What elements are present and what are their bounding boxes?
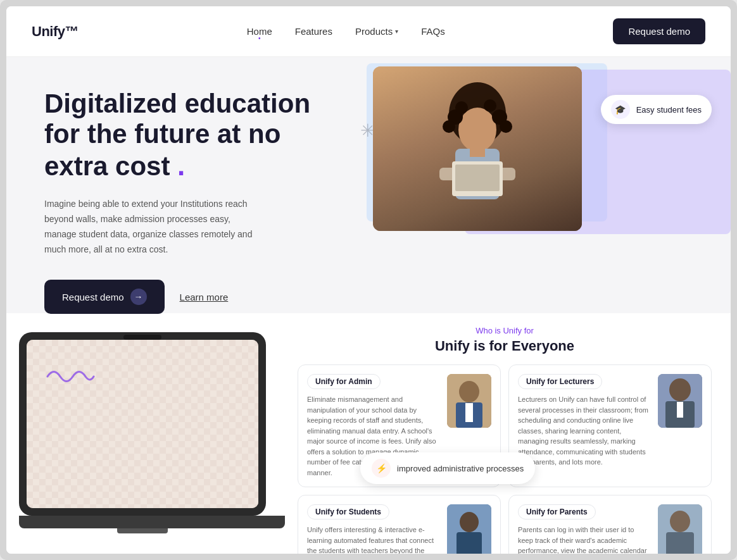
svg-point-35 bbox=[670, 511, 690, 532]
logo[interactable]: Unify™ bbox=[32, 23, 79, 40]
svg-point-6 bbox=[455, 101, 468, 114]
svg-point-24 bbox=[459, 381, 479, 402]
hero-left: Digitalized education for the future at … bbox=[6, 57, 354, 554]
hero-demo-button[interactable]: Request demo → bbox=[44, 280, 165, 314]
hero-title: Digitalized education for the future at … bbox=[44, 89, 329, 182]
nav-link-products[interactable]: Products ▾ bbox=[355, 26, 398, 37]
badge-admin-text: improved administrative processes bbox=[397, 464, 524, 473]
svg-rect-33 bbox=[457, 532, 482, 554]
who-subtitle: Who is Unify for bbox=[298, 326, 712, 335]
lecturer-person-svg bbox=[658, 374, 702, 428]
nav-link-faqs[interactable]: FAQs bbox=[421, 26, 445, 37]
nav-item-faqs[interactable]: FAQs bbox=[421, 26, 445, 37]
card-parents-text: Unify for Parents Parents can log in wit… bbox=[518, 504, 650, 554]
card-lecturers-image bbox=[658, 374, 702, 428]
svg-rect-30 bbox=[677, 402, 683, 418]
card-parents-desc: Parents can log in with their user id to… bbox=[518, 525, 650, 554]
badge-admin: ⚡ improved administrative processes bbox=[360, 452, 535, 484]
card-lecturers-tag: Unify for Lecturers bbox=[518, 374, 602, 389]
svg-point-7 bbox=[484, 99, 496, 112]
card-lecturers-desc: Lecturers on Unify can have full control… bbox=[518, 394, 650, 468]
admin-person-svg bbox=[447, 374, 491, 428]
card-parents-image bbox=[658, 504, 702, 554]
navbar: Unify™ Home Features Products ▾ FAQs bbox=[6, 6, 731, 57]
nav-item-features[interactable]: Features bbox=[295, 26, 332, 37]
card-lecturers-text: Unify for Lecturers Lecturers on Unify c… bbox=[518, 374, 650, 468]
arrow-icon: → bbox=[130, 289, 147, 305]
main-content: Digitalized education for the future at … bbox=[6, 57, 731, 554]
browser-window: Unify™ Home Features Products ▾ FAQs bbox=[6, 6, 731, 554]
hero-description: Imagine being able to extend your Instit… bbox=[44, 197, 260, 257]
badge-fees-text: Easy student fees bbox=[636, 105, 702, 115]
hero-main-image-inner bbox=[373, 66, 582, 231]
chevron-down-icon: ▾ bbox=[395, 28, 398, 35]
person-svg bbox=[420, 79, 534, 218]
svg-rect-36 bbox=[666, 532, 694, 554]
badge-easy-fees: 🎓 Easy student fees bbox=[601, 95, 712, 124]
svg-point-28 bbox=[669, 378, 691, 401]
learn-more-button[interactable]: Learn more bbox=[180, 292, 229, 302]
svg-point-1 bbox=[458, 108, 496, 152]
hero-main-image bbox=[373, 66, 582, 231]
browser-chrome: Unify™ Home Features Products ▾ FAQs bbox=[0, 0, 737, 560]
hero-buttons: Request demo → Learn more bbox=[44, 280, 329, 314]
card-admin-image bbox=[447, 374, 491, 428]
svg-rect-12 bbox=[455, 165, 500, 191]
parent-person-svg bbox=[658, 504, 702, 554]
svg-point-3 bbox=[443, 120, 455, 133]
nav-item-products[interactable]: Products ▾ bbox=[355, 26, 398, 37]
svg-rect-9 bbox=[470, 147, 485, 157]
hero-title-dot: . bbox=[177, 150, 185, 181]
card-lecturers: Unify for Lecturers Lecturers on Unify c… bbox=[508, 364, 712, 487]
nav-link-home[interactable]: Home bbox=[247, 26, 272, 37]
card-students-image bbox=[447, 504, 491, 554]
svg-rect-26 bbox=[465, 403, 473, 422]
svg-point-32 bbox=[460, 512, 479, 532]
nav-item-home[interactable]: Home bbox=[247, 26, 272, 37]
card-parents-tag: Unify for Parents bbox=[518, 504, 596, 520]
who-title: Unify is for Everyone bbox=[298, 338, 712, 354]
fees-icon: 🎓 bbox=[611, 100, 630, 119]
nav-links: Home Features Products ▾ FAQs bbox=[247, 26, 445, 37]
request-demo-button[interactable]: Request demo bbox=[613, 18, 705, 44]
nav-link-features[interactable]: Features bbox=[295, 26, 332, 37]
card-parents: Unify for Parents Parents can log in wit… bbox=[508, 495, 712, 554]
admin-icon: ⚡ bbox=[372, 459, 391, 478]
svg-point-5 bbox=[500, 120, 512, 133]
student-person-svg bbox=[447, 504, 491, 554]
